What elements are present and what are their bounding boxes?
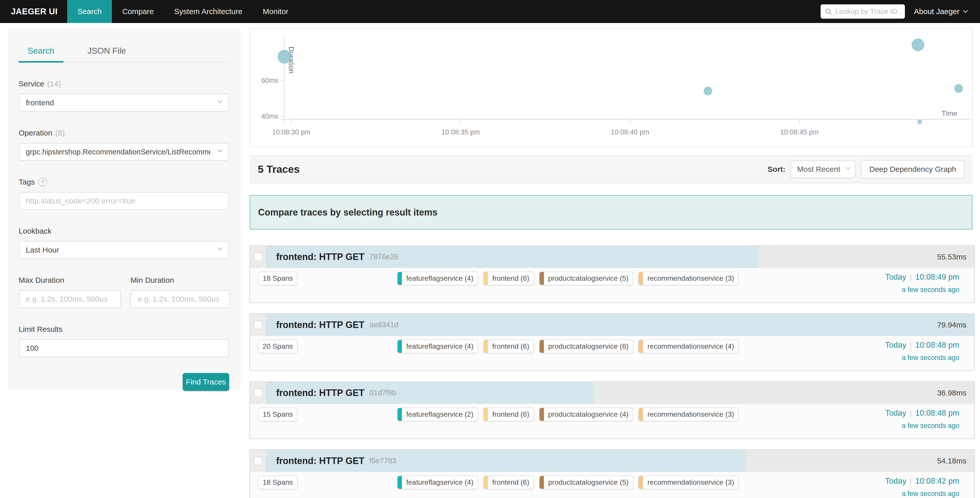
service-tag: featureflagservice (4) xyxy=(397,476,478,489)
svg-text:10:08:45 pm: 10:08:45 pm xyxy=(780,128,819,136)
trace-date-link[interactable]: Today xyxy=(885,409,907,417)
nav-item-system-architecture[interactable]: System Architecture xyxy=(164,0,253,23)
sidebar-tab-json-file[interactable]: JSON File xyxy=(79,46,135,62)
trace-scatter-point[interactable] xyxy=(277,50,291,64)
trace-time-link[interactable]: 10:08:48 pm xyxy=(915,409,959,417)
trace-select-checkbox[interactable] xyxy=(254,389,262,397)
max-duration-input[interactable] xyxy=(26,295,114,303)
span-count-label: 18 Spans xyxy=(258,476,297,489)
help-icon[interactable]: ? xyxy=(38,178,47,186)
results-header: 5 Traces Sort: Most Recent Deep Dependen… xyxy=(250,155,973,183)
sidebar-tab-search[interactable]: Search xyxy=(19,46,64,62)
service-tag-label: featureflagservice (4) xyxy=(402,272,478,285)
time-separator: | xyxy=(906,477,915,485)
service-tag: recommendationservice (3) xyxy=(638,476,739,489)
span-count-badge: 18 Spans xyxy=(258,271,298,285)
trace-date-link[interactable]: Today xyxy=(885,273,907,281)
trace-scatter-point[interactable] xyxy=(917,120,922,124)
deep-dependency-graph-button[interactable]: Deep Dependency Graph xyxy=(861,160,964,179)
service-color-strip xyxy=(639,272,643,285)
service-color-strip xyxy=(539,476,544,489)
svg-text:10:08:35 pm: 10:08:35 pm xyxy=(441,128,480,136)
trace-time-block: Today|10:08:48 pm a few seconds ago xyxy=(885,407,959,430)
svg-text:10:08:40 pm: 10:08:40 pm xyxy=(611,128,649,136)
service-tag: productcatalogservice (5) xyxy=(539,271,633,285)
service-count: (14) xyxy=(47,80,61,88)
find-traces-button[interactable]: Find Traces xyxy=(183,373,229,391)
trace-time-link[interactable]: 10:08:48 pm xyxy=(915,340,959,350)
service-color-strip xyxy=(639,408,643,421)
trace-relative-time: a few seconds ago xyxy=(885,286,959,294)
trace-card-body: 18 Spans featureflagservice (4)frontend … xyxy=(250,268,974,302)
trace-lookup-input[interactable] xyxy=(835,7,901,16)
service-color-strip xyxy=(539,340,544,353)
trace-relative-time: a few seconds ago xyxy=(885,490,959,498)
trace-count: 5 Traces xyxy=(258,163,300,176)
trace-time-link[interactable]: 10:08:42 pm xyxy=(915,477,959,485)
nav-item-monitor[interactable]: Monitor xyxy=(253,0,299,23)
nav-items: SearchCompareSystem ArchitectureMonitor xyxy=(67,0,298,23)
trace-time-link[interactable]: 10:08:49 pm xyxy=(915,273,959,281)
lookback-select[interactable]: Last Hour xyxy=(19,241,229,259)
service-tag-label: productcatalogservice (6) xyxy=(544,340,633,353)
trace-title: frontend: HTTP GET xyxy=(276,388,364,398)
service-tag: frontend (6) xyxy=(483,476,534,489)
limit-results-input[interactable] xyxy=(26,344,222,353)
service-tag-label: frontend (6) xyxy=(488,272,534,285)
tags-input[interactable] xyxy=(26,196,222,205)
span-count-badge: 20 Spans xyxy=(258,340,298,353)
sidebar-tabs: SearchJSON File xyxy=(19,46,229,63)
service-color-strip xyxy=(398,408,402,421)
service-color-strip xyxy=(484,476,488,489)
svg-text:10:08:30 pm: 10:08:30 pm xyxy=(272,128,310,136)
top-nav: JAEGER UI SearchCompareSystem Architectu… xyxy=(0,0,980,23)
trace-id: f5e7783 xyxy=(369,456,396,465)
max-duration-field xyxy=(19,290,121,308)
sort-select[interactable]: Most Recent xyxy=(791,161,855,178)
service-tag-label: frontend (6) xyxy=(488,476,534,489)
about-jaeger-menu[interactable]: About Jaeger xyxy=(914,7,967,16)
service-tag-label: productcatalogservice (5) xyxy=(544,476,633,489)
checkbox-column xyxy=(250,382,266,404)
trace-lookup-box[interactable] xyxy=(821,4,905,19)
trace-card-header: frontend: HTTP GET 7876e26 55.53ms xyxy=(250,246,974,268)
trace-card-body: 18 Spans featureflagservice (4)frontend … xyxy=(250,472,974,498)
trace-select-checkbox[interactable] xyxy=(254,456,262,465)
scatter-chart[interactable]: 10:08:30 pm10:08:35 pm10:08:40 pm10:08:4… xyxy=(250,29,972,147)
trace-duration: 36.98ms xyxy=(937,389,966,397)
trace-result-card[interactable]: frontend: HTTP GET ae8341d 79.94ms 20 Sp… xyxy=(250,313,975,371)
trace-date-link[interactable]: Today xyxy=(885,477,907,485)
lookback-label: Lookback xyxy=(19,227,229,235)
trace-title: frontend: HTTP GET xyxy=(276,456,364,466)
service-tag-label: featureflagservice (4) xyxy=(402,476,478,489)
trace-card-header: frontend: HTTP GET ae8341d 79.94ms xyxy=(250,314,974,336)
lookback-value: Last Hour xyxy=(26,246,59,254)
trace-result-card[interactable]: frontend: HTTP GET 01d7f9b 36.98ms 15 Sp… xyxy=(250,381,975,439)
compare-banner: Compare traces by selecting result items xyxy=(250,195,973,230)
main-content: 10:08:30 pm10:08:35 pm10:08:40 pm10:08:4… xyxy=(250,28,975,498)
trace-scatter-point[interactable] xyxy=(912,38,924,51)
checkbox-column xyxy=(250,246,266,268)
trace-scatter-point[interactable] xyxy=(954,84,963,93)
trace-result-card[interactable]: frontend: HTTP GET 7876e26 55.53ms 18 Sp… xyxy=(250,246,975,303)
service-tag-label: frontend (6) xyxy=(488,408,534,421)
chevron-down-icon xyxy=(963,8,968,13)
trace-card-body: 20 Spans featureflagservice (4)frontend … xyxy=(250,336,974,370)
trace-duration: 79.94ms xyxy=(937,321,966,329)
trace-date-link[interactable]: Today xyxy=(885,340,907,350)
trace-select-checkbox[interactable] xyxy=(254,321,262,329)
app-brand: JAEGER UI xyxy=(0,6,67,16)
trace-result-card[interactable]: frontend: HTTP GET f5e7783 54.18ms 18 Sp… xyxy=(250,449,975,498)
min-duration-field xyxy=(130,290,230,308)
operation-select[interactable]: grpc.hipstershop.RecommendationService/L… xyxy=(19,143,229,161)
trace-select-checkbox[interactable] xyxy=(254,252,262,261)
nav-item-search[interactable]: Search xyxy=(67,0,112,23)
service-select[interactable]: frontend xyxy=(19,94,229,112)
min-duration-input[interactable] xyxy=(138,295,223,303)
service-color-strip xyxy=(398,476,402,489)
trace-scatter-point[interactable] xyxy=(703,87,712,95)
service-label: Service (14) xyxy=(19,80,229,88)
service-tag: productcatalogservice (5) xyxy=(539,476,633,489)
nav-item-compare[interactable]: Compare xyxy=(112,0,164,23)
service-tag: productcatalogservice (6) xyxy=(539,340,633,353)
